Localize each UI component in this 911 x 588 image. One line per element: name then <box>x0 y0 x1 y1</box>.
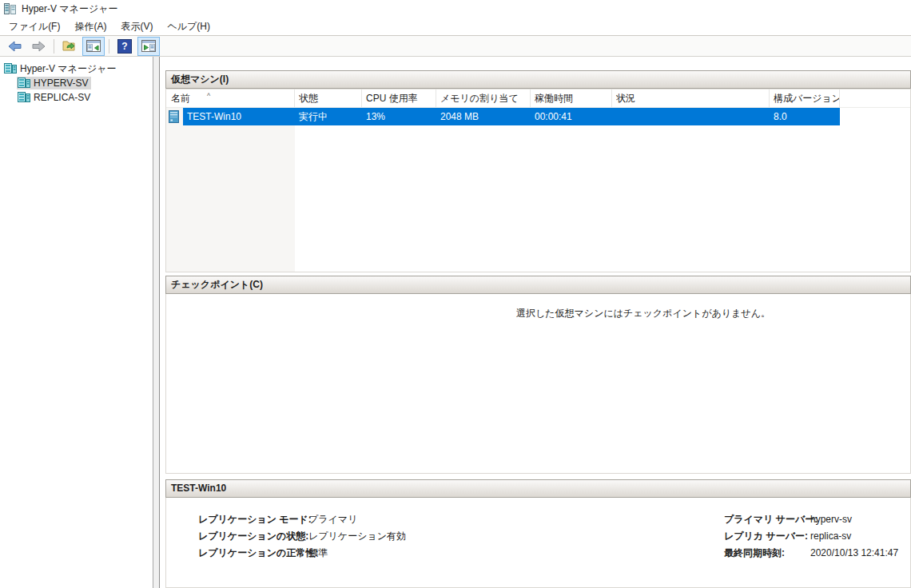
column-header-filler <box>840 89 910 107</box>
vm-state-cell: 実行中 <box>295 108 362 125</box>
tree-item-hyperv-sv[interactable]: HYPERV-SV <box>0 76 153 90</box>
server-icon <box>18 92 30 103</box>
details-panel-header: TEST-Win10 <box>165 479 911 498</box>
menu-file[interactable]: ファイル(F) <box>2 18 67 35</box>
details-panel: レプリケーション モード: プライマリ レプリケーションの状態: レプリケーショ… <box>165 498 911 588</box>
column-header-state[interactable]: 状態 <box>295 89 362 107</box>
detail-label: プライマリ サーバー: <box>724 511 810 528</box>
detail-value: hyperv-sv <box>810 511 852 528</box>
detail-value: replica-sv <box>810 528 851 545</box>
vm-icon <box>169 110 179 123</box>
detail-label: レプリケーションの状態: <box>198 528 308 545</box>
detail-row: レプリケーションの正常性: 標準 <box>198 545 406 562</box>
window-title: Hyper-V マネージャー <box>22 2 117 16</box>
tree-root-hyperv-manager[interactable]: Hyper-V マネージャー <box>0 62 153 76</box>
vm-table-row[interactable]: TEST-Win10 実行中 13% 2048 MB 00:00:41 8.0 <box>166 108 910 125</box>
detail-row: 最終同期時刻: 2020/10/13 12:41:47 <box>724 545 898 562</box>
column-header-status[interactable]: 状況 <box>612 89 770 107</box>
checkpoint-list: 選択した仮想マシンにはチェックポイントがありません。 <box>165 294 911 474</box>
detail-value: 2020/10/13 12:41:47 <box>810 545 898 562</box>
menu-action[interactable]: 操作(A) <box>67 18 113 35</box>
console-tree: Hyper-V マネージャー <box>0 57 153 588</box>
column-header-uptime[interactable]: 稼働時間 <box>531 89 612 107</box>
detail-label: レプリケーションの正常性: <box>198 545 308 562</box>
folder-export-icon <box>62 40 77 52</box>
console-tree-icon <box>86 40 101 52</box>
vm-uptime-cell: 00:00:41 <box>531 108 612 125</box>
tree-item-replica-sv[interactable]: REPLICA-SV <box>0 90 153 105</box>
toolbar-separator <box>109 39 109 54</box>
column-header-name[interactable]: 名前 ^ <box>166 89 295 107</box>
detail-value: 標準 <box>308 545 328 562</box>
vm-row-filler <box>840 108 910 125</box>
toolbar: ? <box>0 36 911 57</box>
help-icon: ? <box>117 39 132 54</box>
detail-row: レプリケーションの状態: レプリケーション有効 <box>198 528 406 545</box>
arrow-right-icon <box>32 41 46 52</box>
replication-details-group: レプリケーション モード: プライマリ レプリケーションの状態: レプリケーショ… <box>198 511 406 562</box>
menu-help[interactable]: ヘルプ(H) <box>160 18 217 35</box>
toolbar-separator <box>54 39 54 54</box>
vm-version-cell: 8.0 <box>770 108 840 125</box>
action-pane-icon <box>141 40 156 52</box>
toggle-console-tree-button[interactable] <box>82 37 105 56</box>
arrow-left-icon <box>8 41 22 52</box>
hyperv-root-icon <box>4 63 17 74</box>
menu-view[interactable]: 表示(V) <box>113 18 160 35</box>
column-header-memory[interactable]: メモリの割り当て <box>436 89 531 107</box>
titlebar: Hyper-V マネージャー <box>0 0 911 18</box>
checkpoint-empty-message: 選択した仮想マシンにはチェックポイントがありません。 <box>516 307 770 320</box>
vm-cpu-cell: 13% <box>362 108 436 125</box>
content-pane: 仮想マシン(I) 名前 ^ 状態 CPU 使用率 メモリの割り当て 稼働時間 状… <box>159 57 911 588</box>
vm-name-cell: TEST-Win10 <box>166 108 295 125</box>
vm-memory-cell: 2048 MB <box>436 108 531 125</box>
tree-root-label: Hyper-V マネージャー <box>20 62 116 76</box>
menubar: ファイル(F) 操作(A) 表示(V) ヘルプ(H) <box>0 18 911 36</box>
detail-value: プライマリ <box>308 511 357 528</box>
export-list-button[interactable] <box>58 37 81 56</box>
sort-ascending-icon: ^ <box>207 89 210 105</box>
server-details-group: プライマリ サーバー: hyperv-sv レプリカ サーバー: replica… <box>724 511 898 562</box>
detail-value: レプリケーション有効 <box>308 528 406 545</box>
detail-row: レプリカ サーバー: replica-sv <box>724 528 898 545</box>
detail-label: 最終同期時刻: <box>724 545 810 562</box>
help-button[interactable]: ? <box>113 37 136 56</box>
detail-row: プライマリ サーバー: hyperv-sv <box>724 511 898 528</box>
tree-item-label: REPLICA-SV <box>34 92 90 103</box>
toggle-action-pane-button[interactable] <box>137 37 160 56</box>
hyperv-manager-window: Hyper-V マネージャー ファイル(F) 操作(A) 表示(V) ヘルプ(H… <box>0 0 911 588</box>
forward-button[interactable] <box>27 37 50 56</box>
main-area: Hyper-V マネージャー <box>0 57 911 588</box>
detail-label: レプリカ サーバー: <box>724 528 810 545</box>
hyperv-app-icon <box>4 2 17 15</box>
vm-column-headers: 名前 ^ 状態 CPU 使用率 メモリの割り当て 稼働時間 状況 構成バージョン <box>166 89 910 108</box>
server-icon <box>18 77 30 89</box>
column-header-version[interactable]: 構成バージョン <box>770 89 840 107</box>
vm-list: 名前 ^ 状態 CPU 使用率 メモリの割り当て 稼働時間 状況 構成バージョン <box>165 89 911 272</box>
detail-row: レプリケーション モード: プライマリ <box>198 511 406 528</box>
vm-status-cell <box>612 108 770 125</box>
column-header-cpu[interactable]: CPU 使用率 <box>362 89 436 107</box>
checkpoint-panel-header: チェックポイント(C) <box>165 276 911 294</box>
vm-panel-header: 仮想マシン(I) <box>165 70 911 89</box>
back-button[interactable] <box>3 37 26 56</box>
detail-label: レプリケーション モード: <box>198 511 308 528</box>
sorted-column-shade <box>166 107 295 272</box>
tree-item-label: HYPERV-SV <box>34 77 88 89</box>
